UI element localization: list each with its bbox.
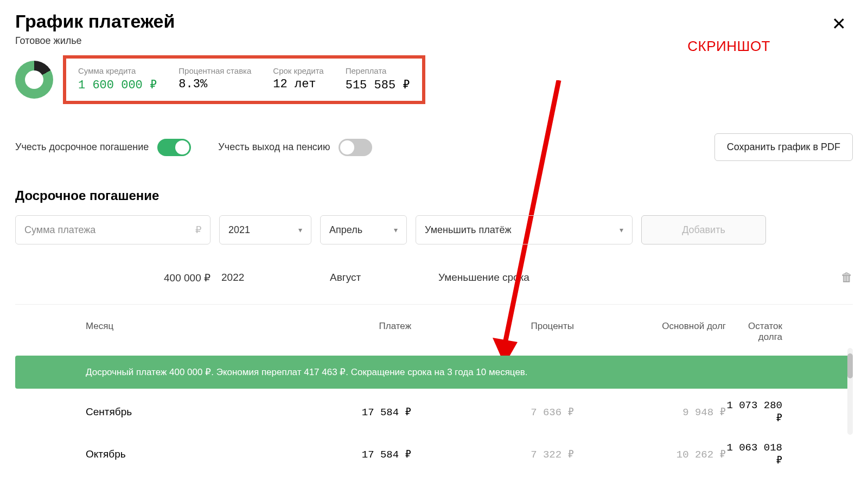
row-interest: 7 636 ₽ bbox=[411, 405, 574, 418]
loan-amount-value: 1 600 000 ₽ bbox=[78, 78, 157, 92]
row-balance: 1 073 280 ₽ bbox=[726, 400, 782, 424]
row-interest: 7 322 ₽ bbox=[411, 448, 574, 461]
toggle-retire-label: Учесть выход на пенсию bbox=[218, 141, 330, 153]
table-row: Октябрь 17 584 ₽ 7 322 ₽ 10 262 ₽ 1 063 … bbox=[15, 433, 853, 475]
overpay-value: 515 585 ₽ bbox=[346, 78, 410, 92]
toggle-early-label: Учесть досрочное погашение bbox=[15, 141, 149, 153]
table-row: Сентябрь 17 584 ₽ 7 636 ₽ 9 948 ₽ 1 073 … bbox=[15, 391, 853, 433]
toggle-early-repayment[interactable] bbox=[157, 139, 191, 156]
term-label: Срок кредита bbox=[273, 66, 323, 75]
col-month: Месяц bbox=[86, 321, 238, 343]
row-month: Сентябрь bbox=[86, 406, 238, 418]
col-balance: Остаток долга bbox=[726, 321, 782, 343]
month-select[interactable]: Апрель ▾ bbox=[320, 215, 407, 244]
table-header: Месяц Платеж Проценты Основной долг Оста… bbox=[15, 305, 853, 356]
month-value: Апрель bbox=[329, 224, 362, 236]
term-value: 12 лет bbox=[273, 78, 323, 91]
annotation-label: СКРИНШОТ bbox=[687, 38, 770, 55]
row-principal: 9 948 ₽ bbox=[574, 405, 726, 418]
saved-year: 2022 bbox=[221, 272, 330, 284]
saved-action: Уменьшение срока bbox=[438, 272, 655, 284]
action-select[interactable]: Уменьшить платёж ▾ bbox=[416, 215, 633, 244]
payment-amount-input[interactable]: Сумма платежа ₽ bbox=[15, 215, 210, 244]
row-payment: 17 584 ₽ bbox=[238, 405, 411, 418]
col-payment: Платеж bbox=[238, 321, 411, 343]
saved-amount: 400 000 ₽ bbox=[15, 272, 221, 284]
action-value: Уменьшить платёж bbox=[425, 224, 512, 236]
page-title: График платежей bbox=[15, 11, 853, 32]
add-button[interactable]: Добавить bbox=[641, 215, 766, 244]
overpay-label: Переплата bbox=[346, 66, 410, 75]
payment-amount-placeholder: Сумма платежа bbox=[24, 224, 95, 236]
chevron-down-icon: ▾ bbox=[298, 226, 302, 234]
scrollbar-thumb[interactable] bbox=[847, 353, 853, 378]
year-value: 2021 bbox=[228, 224, 250, 236]
col-principal: Основной долг bbox=[574, 321, 726, 343]
rate-label: Процентная ставка bbox=[178, 66, 251, 75]
early-repayment-title: Досрочное погашение bbox=[15, 188, 853, 203]
row-payment: 17 584 ₽ bbox=[238, 448, 411, 461]
chevron-down-icon: ▾ bbox=[620, 226, 623, 234]
close-icon[interactable]: ✕ bbox=[832, 15, 846, 33]
row-month: Октябрь bbox=[86, 448, 238, 460]
col-interest: Проценты bbox=[411, 321, 574, 343]
trash-icon[interactable]: 🗑 bbox=[841, 270, 853, 285]
loan-amount-label: Сумма кредита bbox=[78, 66, 157, 75]
saved-prepayment-row: 400 000 ₽ 2022 Август Уменьшение срока 🗑 bbox=[15, 266, 853, 305]
rate-value: 8.3% bbox=[178, 78, 251, 91]
year-select[interactable]: 2021 ▾ bbox=[219, 215, 311, 244]
chevron-down-icon: ▾ bbox=[394, 226, 398, 234]
save-pdf-button[interactable]: Сохранить график в PDF bbox=[714, 133, 853, 161]
ruble-icon: ₽ bbox=[195, 224, 201, 236]
donut-chart-icon bbox=[15, 61, 53, 99]
summary-box: Сумма кредита 1 600 000 ₽ Процентная ста… bbox=[63, 55, 425, 104]
row-balance: 1 063 018 ₽ bbox=[726, 442, 782, 467]
scrollbar[interactable] bbox=[847, 348, 853, 435]
row-principal: 10 262 ₽ bbox=[574, 448, 726, 461]
early-repayment-banner: Досрочный платеж 400 000 ₽. Экономия пер… bbox=[15, 356, 853, 389]
toggle-retirement[interactable] bbox=[339, 139, 372, 156]
saved-month: Август bbox=[330, 272, 438, 284]
